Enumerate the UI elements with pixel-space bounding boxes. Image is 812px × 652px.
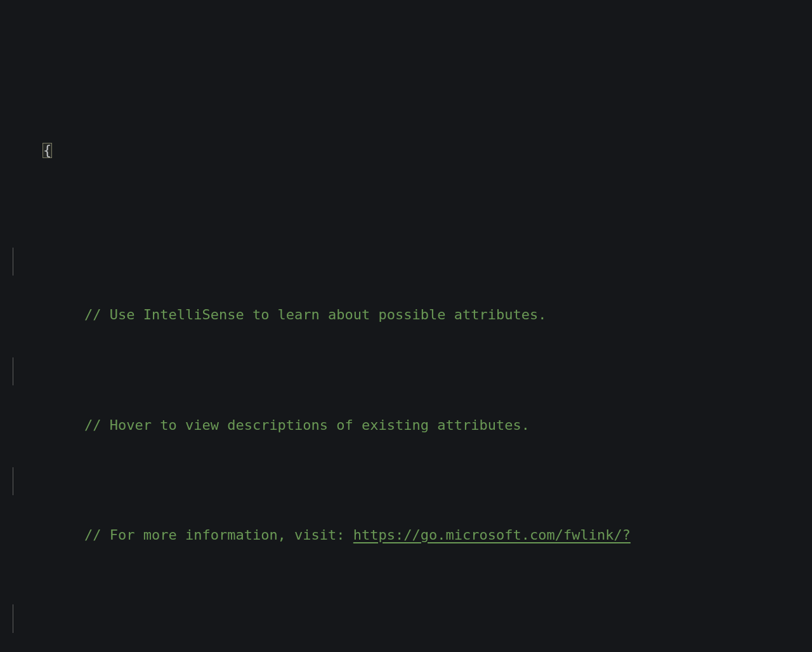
comment: // Use IntelliSense to learn about possi… [84, 307, 546, 323]
brace-open: { [43, 143, 52, 158]
code-line[interactable]: // Hover to view descriptions of existin… [0, 357, 812, 386]
code-line[interactable]: // For more information, visit: https://… [0, 467, 812, 496]
comment: // For more information, visit: [84, 527, 353, 543]
comment-link[interactable]: https://go.microsoft.com/fwlink/? [353, 527, 631, 543]
code-editor[interactable]: { // Use IntelliSense to learn about pos… [0, 0, 812, 652]
code-line[interactable]: // Use IntelliSense to learn about possi… [0, 248, 812, 276]
code-line[interactable]: "version": "0.2.0", [0, 604, 812, 633]
code-line[interactable]: { [0, 110, 812, 139]
comment: // Hover to view descriptions of existin… [84, 417, 530, 433]
